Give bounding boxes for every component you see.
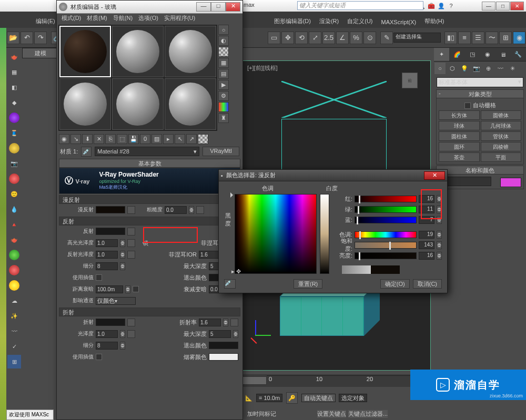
- sample-slot[interactable]: [112, 26, 164, 77]
- blue-value[interactable]: 7: [419, 216, 434, 224]
- angle-snap-icon[interactable]: ∠: [336, 32, 349, 44]
- green-slider[interactable]: [355, 206, 417, 213]
- color-picker-titlebar[interactable]: ▪ 颜色选择器: 漫反射 ✕: [219, 170, 447, 181]
- backlight-icon[interactable]: ◐: [218, 36, 229, 46]
- percent-snap-icon[interactable]: %: [350, 32, 362, 44]
- viewcube-icon[interactable]: 前: [394, 63, 426, 95]
- sample-uv-icon[interactable]: ▦: [218, 58, 229, 68]
- teapot-icon[interactable]: 🫖: [7, 50, 21, 64]
- hierarchy-tab-icon[interactable]: ◳: [464, 48, 480, 61]
- purple-sphere-icon[interactable]: [9, 112, 19, 123]
- menu-graph-editors[interactable]: 图形编辑器(D): [270, 16, 315, 27]
- close-button[interactable]: ✕: [510, 2, 524, 11]
- plane-button[interactable]: 平面: [481, 152, 522, 162]
- create-tab-icon[interactable]: ✦: [434, 48, 449, 61]
- video-check-icon[interactable]: ▤: [218, 69, 229, 79]
- refract-ior-input[interactable]: 1.6: [199, 319, 221, 326]
- minimize-button[interactable]: —: [482, 2, 495, 11]
- refract-subdiv-input[interactable]: 8: [96, 342, 118, 350]
- cone-button[interactable]: 圆锥体: [481, 110, 522, 120]
- schematic-icon[interactable]: ⊞: [499, 32, 512, 44]
- geosphere-button[interactable]: 几何球体: [481, 121, 522, 130]
- spinner-snap-icon[interactable]: ⊙: [363, 32, 376, 44]
- drop-icon[interactable]: 💧: [7, 202, 21, 216]
- sample-slot[interactable]: [59, 78, 111, 130]
- yellow-sphere-icon[interactable]: [9, 143, 19, 153]
- refract-exit-swatch[interactable]: [209, 342, 238, 349]
- time-slider[interactable]: 0102030: [241, 374, 426, 387]
- select-icon[interactable]: ▭: [268, 32, 280, 44]
- options-icon[interactable]: ⚙: [218, 91, 229, 101]
- add-time-tag[interactable]: 加时间标记: [247, 410, 276, 418]
- diffuse-map-button[interactable]: [127, 206, 135, 214]
- sat-value[interactable]: 143: [419, 241, 434, 249]
- val-slider[interactable]: [355, 252, 417, 259]
- sphere-button[interactable]: 球体: [439, 121, 480, 130]
- cloud-icon[interactable]: ☁: [7, 294, 21, 308]
- tool-icon[interactable]: ▦: [7, 65, 21, 79]
- reflect-gloss-input[interactable]: 1.0: [96, 251, 118, 259]
- green-sphere-icon[interactable]: [9, 250, 19, 260]
- show-end-icon[interactable]: ▸: [163, 134, 174, 144]
- basic-params-header[interactable]: 基本参数: [59, 159, 240, 168]
- lights-icon[interactable]: 💡: [459, 63, 470, 74]
- blue-slider[interactable]: [355, 217, 417, 223]
- teapot-button[interactable]: 茶壶: [439, 152, 480, 162]
- display-tab-icon[interactable]: 🖥: [495, 48, 511, 61]
- grid-icon[interactable]: ⊞: [7, 355, 21, 368]
- open-icon[interactable]: 📂: [7, 32, 19, 44]
- keyfilter-button[interactable]: 关键点过滤器...: [348, 410, 388, 418]
- motion-tab-icon[interactable]: ◉: [480, 48, 495, 61]
- scale-icon[interactable]: ⤢: [309, 32, 321, 44]
- sample-type-icon[interactable]: ○: [218, 25, 229, 35]
- layers-icon[interactable]: ☰: [472, 32, 484, 44]
- material-type-button[interactable]: VRayMtl: [203, 147, 239, 156]
- refract-depth-input[interactable]: 5: [209, 330, 231, 338]
- preview-icon[interactable]: ▶: [218, 80, 229, 90]
- sample-slot[interactable]: [165, 26, 216, 77]
- eyedropper-icon[interactable]: 💉: [81, 147, 92, 157]
- box-button[interactable]: 长方体: [439, 110, 480, 120]
- teapot-icon[interactable]: 🫖: [7, 233, 21, 247]
- go-parent-icon[interactable]: ↖: [175, 134, 185, 144]
- fog-color-swatch[interactable]: [209, 353, 238, 361]
- reflect-color-swatch[interactable]: [96, 228, 125, 235]
- reflect-map-button[interactable]: [127, 228, 135, 235]
- sat-slider[interactable]: [355, 242, 417, 249]
- copy-icon[interactable]: ⎘: [105, 134, 116, 144]
- sample-slot[interactable]: [112, 78, 164, 130]
- sample-slot[interactable]: [59, 26, 111, 77]
- green-value[interactable]: 11: [419, 206, 434, 213]
- help-icon[interactable]: ?: [447, 2, 456, 11]
- viewport-label[interactable]: [+][前][线框]: [247, 64, 278, 72]
- reflect-interp-checkbox[interactable]: [96, 274, 102, 281]
- menu-edit[interactable]: 编辑(E): [32, 16, 59, 27]
- me-maximize-button[interactable]: □: [211, 2, 226, 12]
- blackness-arrows-icon[interactable]: ▸ ✥: [231, 268, 241, 275]
- object-color-swatch[interactable]: [500, 178, 521, 187]
- me-menu-utilities[interactable]: 实用程序(U): [161, 14, 198, 23]
- category-dropdown[interactable]: 标准基本体▾: [437, 77, 523, 87]
- hilight-gloss-input[interactable]: 1.0: [96, 239, 118, 247]
- sparkle-icon[interactable]: ✨: [7, 309, 21, 323]
- go-forward-icon[interactable]: ↗: [186, 134, 197, 144]
- menu-maxscript[interactable]: MAXScript(X): [377, 17, 421, 27]
- hair-icon[interactable]: 🧵: [7, 126, 21, 140]
- name-color-rollout[interactable]: 名称和颜色: [436, 166, 524, 175]
- rotate-icon[interactable]: ⟲: [295, 32, 308, 44]
- me-minimize-button[interactable]: —: [196, 2, 211, 12]
- me-menu-material[interactable]: 材质(M): [84, 14, 110, 23]
- get-material-icon[interactable]: ◉: [59, 134, 69, 144]
- check-icon[interactable]: ✓: [7, 340, 21, 353]
- autokey-button[interactable]: 自动关键点: [301, 394, 336, 402]
- me-menu-options[interactable]: 选项(O): [136, 14, 161, 23]
- setkey-button[interactable]: 设置关键点: [317, 410, 346, 418]
- pyramid-button[interactable]: 四棱锥: [481, 142, 522, 151]
- sample-slot[interactable]: [165, 78, 216, 130]
- spinner-icon[interactable]: [189, 206, 194, 214]
- material-map-icon[interactable]: ♜: [218, 113, 229, 123]
- sun-icon[interactable]: [9, 280, 19, 291]
- material-editor-titlebar[interactable]: 材质编辑器 - 玻璃 — □ ✕: [57, 1, 242, 14]
- me-menu-mode[interactable]: 模式(D): [59, 14, 84, 23]
- mirror-icon[interactable]: ▮▯: [444, 32, 457, 44]
